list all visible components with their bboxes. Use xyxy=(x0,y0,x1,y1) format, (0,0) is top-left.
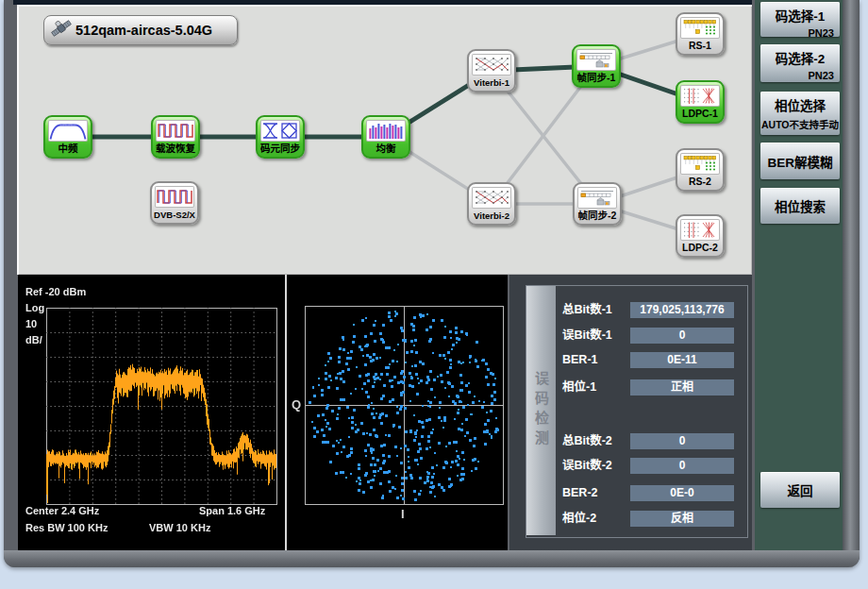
flow-block-ldpc1[interactable]: LDPC-1 xyxy=(676,80,725,124)
flow-block-symsync[interactable]: 码元同步 xyxy=(256,115,305,159)
flow-block-label: Viterbi-1 xyxy=(469,76,514,89)
ber-row-label: 相位-1 xyxy=(562,379,596,395)
flow-block-framesync2[interactable]: 帧同步-2 xyxy=(573,182,622,226)
window-bottom-edge xyxy=(4,550,860,567)
framesync-icon xyxy=(577,187,617,209)
flow-block-label: 帧同步-2 xyxy=(575,210,620,222)
sidebar-button-phase-select[interactable]: 相位选择AUTO不支持手动 xyxy=(760,92,840,135)
flow-block-label: RS-1 xyxy=(677,40,723,52)
signal-select-button[interactable]: 512qam-aircas-5.04G xyxy=(43,15,238,45)
constellation-plot xyxy=(287,275,508,551)
ber-row-value: 0E-11 xyxy=(630,352,734,368)
ber-row-value: 0 xyxy=(630,328,734,344)
flow-block-label: 帧同步-1 xyxy=(574,72,619,84)
sidebar: 码选择-1PN23码选择-2PN23相位选择AUTO不支持手动BER解模糊相位搜… xyxy=(755,0,844,551)
flow-block-label: LDPC-2 xyxy=(677,242,723,254)
ber-row-value: 反相 xyxy=(630,511,734,527)
sidebar-button-ber-deambiguity[interactable]: BER解模糊 xyxy=(760,143,840,179)
app-window: 中频载波恢复码元同步均衡DVB-S2/XViterbi-1Viterbi-2帧同… xyxy=(4,0,860,567)
sidebar-button-label: 码选择-1 xyxy=(760,2,840,25)
sidebar-button-phase-search[interactable]: 相位搜索 xyxy=(760,188,840,224)
constellation-panel: Q I xyxy=(287,275,508,551)
flow-block-label: RS-2 xyxy=(677,176,723,188)
ber-row-value: 0E-0 xyxy=(630,485,734,501)
flow-diagram-panel: 中频载波恢复码元同步均衡DVB-S2/XViterbi-1Viterbi-2帧同… xyxy=(17,5,752,275)
rs-icon xyxy=(680,153,720,175)
flow-block-ldpc2[interactable]: LDPC-2 xyxy=(676,214,725,258)
flow-block-label: 载波恢复 xyxy=(153,143,198,155)
flow-block-label: DVB-S2/X xyxy=(152,209,197,221)
ber-row-value: 0 xyxy=(630,433,734,449)
i-axis-label: I xyxy=(401,507,405,521)
scale-10-label: 10 xyxy=(25,318,37,329)
span-label: Span 1.6 GHz xyxy=(199,505,265,516)
ldpc-icon xyxy=(680,85,720,107)
flow-block-label: Viterbi-2 xyxy=(469,210,514,222)
bandpass-icon xyxy=(48,120,88,142)
flow-block-rs1[interactable]: RS-1 xyxy=(676,12,725,56)
sidebar-button-code-select-1[interactable]: 码选择-1PN23 xyxy=(760,2,840,37)
sidebar-button-code-select-2[interactable]: 码选择-2PN23 xyxy=(760,44,840,82)
sidebar-button-sublabel: PN23 xyxy=(760,25,840,39)
flow-block-viterbi2[interactable]: Viterbi-2 xyxy=(467,182,516,226)
flow-block-eq[interactable]: 均衡 xyxy=(361,115,410,159)
flow-block-dvb[interactable]: DVB-S2/X xyxy=(150,181,199,225)
eye-diagram-icon xyxy=(260,120,300,142)
ber-panel: 误码检测 总Bit数-1179,025,113,776误Bit数-10BER-1… xyxy=(509,275,752,551)
trellis-icon xyxy=(472,187,511,209)
scale-db-label: dB/ xyxy=(25,334,42,345)
spectrum-analyzer-panel: Ref -20 dBm Log 10 dB/ Center 2.4 GHz Sp… xyxy=(18,275,285,551)
ber-row-label: BER-2 xyxy=(562,485,598,501)
sidebar-button-label: 相位搜索 xyxy=(775,196,826,215)
ber-row-value: 179,025,113,776 xyxy=(630,302,734,318)
ber-row-value: 正相 xyxy=(630,379,734,395)
sidebar-button-label: 返回 xyxy=(788,480,813,499)
ber-row-value: 0 xyxy=(630,458,734,474)
flow-block-rs2[interactable]: RS-2 xyxy=(676,148,725,192)
q-axis-label: Q xyxy=(292,397,301,412)
flow-block-label: LDPC-1 xyxy=(677,108,723,120)
ref-level-label: Ref -20 dBm xyxy=(25,286,86,297)
signal-name-label: 512qam-aircas-5.04G xyxy=(75,23,212,38)
ber-row-label: 总Bit数-1 xyxy=(562,302,612,318)
sidebar-button-label: 码选择-2 xyxy=(760,44,840,67)
satellite-icon xyxy=(50,18,73,42)
sidebar-button-label: BER解模糊 xyxy=(767,152,832,171)
rs-icon xyxy=(680,17,720,39)
sidebar-button-sublabel: PN23 xyxy=(760,67,840,81)
squarewave-icon xyxy=(156,120,195,142)
squarewave-icon xyxy=(155,186,194,208)
vbw-label: VBW 10 KHz xyxy=(149,522,210,533)
ber-row-label: 误Bit数-2 xyxy=(562,458,612,474)
sidebar-button-label: 相位选择 xyxy=(760,92,840,114)
ber-title-bar: 误码检测 xyxy=(526,286,556,535)
ber-panel-title: 误码检测 xyxy=(531,371,551,450)
sidebar-button-sublabel: AUTO不支持手动 xyxy=(760,114,840,131)
bars-icon xyxy=(366,120,406,142)
center-freq-label: Center 2.4 GHz xyxy=(25,505,99,516)
flow-block-label: 码元同步 xyxy=(258,143,303,155)
framesync-icon xyxy=(576,49,616,71)
sidebar-button-back[interactable]: 返回 xyxy=(760,472,840,508)
scale-log-label: Log xyxy=(25,302,44,313)
ldpc-icon xyxy=(680,219,720,241)
page-background: 中频载波恢复码元同步均衡DVB-S2/XViterbi-1Viterbi-2帧同… xyxy=(0,0,868,589)
trellis-icon xyxy=(472,54,511,76)
flow-block-viterbi1[interactable]: Viterbi-1 xyxy=(467,49,516,93)
window-right-edge xyxy=(843,0,860,567)
flow-block-if[interactable]: 中频 xyxy=(43,115,92,159)
flow-block-carrier[interactable]: 载波恢复 xyxy=(151,115,200,159)
flow-block-label: 中频 xyxy=(45,143,91,155)
flow-block-framesync1[interactable]: 帧同步-1 xyxy=(572,44,621,88)
rbw-label: Res BW 100 KHz xyxy=(25,522,108,533)
flow-block-label: 均衡 xyxy=(363,143,409,155)
ber-row-label: 误Bit数-1 xyxy=(562,328,612,344)
ber-row-label: BER-1 xyxy=(562,352,598,368)
ber-row-label: 相位-2 xyxy=(562,511,596,527)
ber-row-label: 总Bit数-2 xyxy=(562,433,612,449)
